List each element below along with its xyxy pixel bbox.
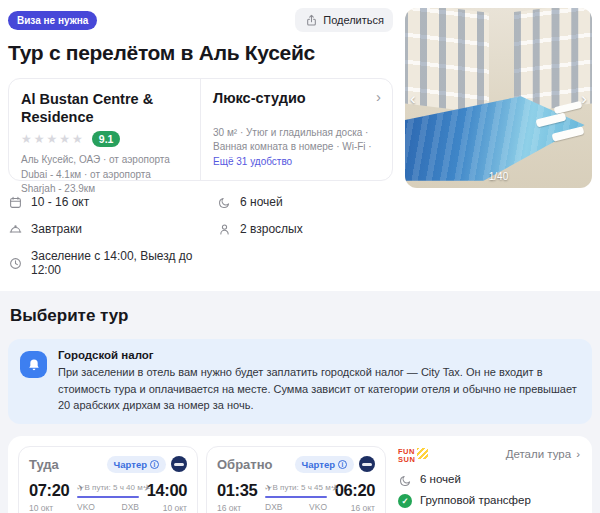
hotel-name: Al Bustan Centre & Residence bbox=[21, 90, 188, 126]
photo-counter: 1/40 bbox=[489, 171, 508, 182]
hotel-photo[interactable]: ‹ › 1/40 bbox=[405, 8, 592, 188]
trip-info: 10 - 16 окт 6 ночей Завтраки 2 взрослых … bbox=[8, 195, 393, 277]
room-details: 30 м² · Утюг и гладильная доска · Ванная… bbox=[213, 126, 380, 170]
clock-icon bbox=[8, 256, 22, 270]
photo-next-icon[interactable]: › bbox=[581, 90, 587, 107]
breakfast-icon bbox=[8, 222, 22, 236]
flight-return[interactable]: Обратно Чартер i 01:35 16 октДубай ✈ bbox=[206, 446, 386, 513]
notice-text: При заселении в отель вам нужно будет за… bbox=[58, 364, 580, 414]
departure-time: 01:35 bbox=[217, 481, 259, 500]
arrival-airport-code: VKO bbox=[309, 502, 327, 512]
trip-nights: 6 ночей bbox=[217, 195, 393, 209]
tour-card: Туда Чартер i 07:20 10 октМосква ✈ bbox=[8, 436, 592, 513]
room-name: Люкс-студио bbox=[213, 90, 380, 106]
arrival-airport-code: DXB bbox=[122, 502, 139, 512]
flight-duration: В пути: 5 ч 40 м bbox=[85, 483, 143, 492]
departure-date: 10 окт bbox=[29, 503, 53, 513]
funsun-logo: FUN SUN bbox=[398, 448, 428, 465]
hotel-card[interactable]: Al Bustan Centre & Residence ★★★★★ 9.1 А… bbox=[9, 79, 200, 180]
trip-guests: 2 взрослых bbox=[217, 222, 393, 236]
share-label: Поделиться bbox=[323, 14, 384, 26]
notice-title: Городской налог bbox=[58, 349, 580, 361]
room-card[interactable]: Люкс-студио › 30 м² · Утюг и гладильная … bbox=[200, 79, 392, 180]
moon-icon bbox=[217, 195, 231, 209]
calendar-icon bbox=[8, 195, 22, 209]
trip-checkin: Заселение с 14:00, Выезд до 12:00 bbox=[8, 249, 217, 277]
flight-direction: Туда bbox=[29, 457, 107, 472]
flight-duration: В пути: 5 ч 45 м bbox=[273, 483, 331, 492]
hotel-room-cards: Al Bustan Centre & Residence ★★★★★ 9.1 А… bbox=[8, 78, 393, 181]
room-more-link[interactable]: Ещё 31 удобство bbox=[213, 156, 292, 167]
check-icon: ✓ bbox=[398, 494, 412, 508]
photo-building-left bbox=[405, 8, 489, 114]
tour-summary: FUN SUN Детали тура › 6 ночей ✓ Групп bbox=[398, 446, 582, 513]
feature-nights: 6 ночей bbox=[398, 473, 580, 487]
charter-badge[interactable]: Чартер i bbox=[107, 456, 166, 473]
share-button[interactable]: Поделиться bbox=[295, 8, 393, 32]
visa-badge: Виза не нужна bbox=[8, 11, 97, 30]
departure-time: 07:20 bbox=[29, 481, 71, 500]
charter-badge[interactable]: Чартер i bbox=[295, 456, 354, 473]
bell-icon bbox=[20, 351, 47, 378]
info-icon: i bbox=[150, 460, 159, 469]
tour-details-link[interactable]: Детали тура › bbox=[506, 448, 580, 460]
trip-dates: 10 - 16 окт bbox=[8, 195, 217, 209]
share-icon bbox=[304, 13, 318, 27]
sun-icon bbox=[417, 448, 428, 459]
chevron-right-icon: › bbox=[576, 448, 580, 460]
departure-airport-code: DXB bbox=[265, 502, 282, 512]
photo-building-right bbox=[514, 8, 592, 113]
rating-badge: 9.1 bbox=[92, 131, 121, 147]
flight-line bbox=[77, 496, 139, 498]
top-section: Виза не нужна Поделиться Тур с перелётом… bbox=[0, 0, 600, 277]
flight-direction: Обратно bbox=[217, 457, 295, 472]
airline-logo bbox=[171, 456, 187, 472]
arrival-date: 16 окт bbox=[351, 503, 375, 513]
departure-airport-code: VKO bbox=[77, 502, 95, 512]
info-icon: i bbox=[338, 460, 347, 469]
photo-prev-icon[interactable]: ‹ bbox=[410, 90, 416, 107]
chevron-right-icon: › bbox=[376, 88, 381, 105]
flight-line bbox=[265, 496, 327, 498]
page-title: Тур с перелётом в Аль Кусейс bbox=[8, 41, 393, 65]
feature-group-transfer: ✓ Групповой трансфер bbox=[398, 494, 580, 508]
trip-meals: Завтраки bbox=[8, 222, 217, 236]
star-icons: ★★★★★ bbox=[21, 132, 85, 146]
person-icon bbox=[217, 222, 231, 236]
tour-select-section: Выберите тур Городской налог При заселен… bbox=[0, 291, 600, 513]
hotel-location: Аль Кусейс, ОАЭ · от аэропорта Dubai - 4… bbox=[21, 153, 188, 197]
city-tax-notice: Городской налог При заселении в отель ва… bbox=[8, 339, 592, 424]
section-title: Выберите тур bbox=[10, 306, 592, 326]
departure-date: 16 окт bbox=[217, 503, 241, 513]
arrival-date: 10 окт bbox=[163, 503, 187, 513]
flight-outbound[interactable]: Туда Чартер i 07:20 10 октМосква ✈ bbox=[18, 446, 198, 513]
airline-logo bbox=[359, 456, 375, 472]
moon-icon bbox=[398, 473, 412, 487]
